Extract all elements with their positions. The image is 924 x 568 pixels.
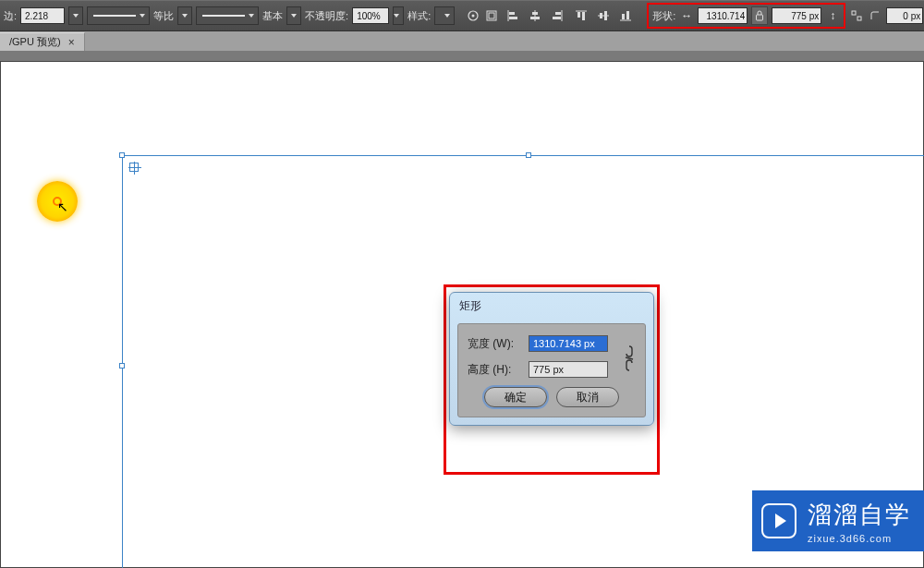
document-setup-icon[interactable] bbox=[466, 6, 480, 26]
opacity-input[interactable] bbox=[352, 7, 389, 24]
align-vcenter-icon[interactable] bbox=[593, 6, 614, 26]
basic-label: 基本 bbox=[262, 9, 283, 23]
graphic-style-dropdown[interactable] bbox=[434, 6, 455, 25]
preferences-icon[interactable] bbox=[484, 6, 499, 26]
align-right-icon[interactable] bbox=[547, 6, 567, 26]
corner-type-icon[interactable] bbox=[868, 6, 882, 26]
height-field-label: 高度 (H): bbox=[468, 362, 525, 378]
constrain-proportions-icon[interactable] bbox=[623, 344, 636, 375]
resize-handle-w[interactable] bbox=[119, 363, 125, 369]
lock-aspect-button[interactable] bbox=[751, 6, 768, 25]
watermark-banner: 溜溜自学 zixue.3d66.com bbox=[752, 490, 924, 551]
cursor-arrow-icon: ↖ bbox=[57, 199, 68, 214]
shape-height-input[interactable] bbox=[772, 7, 821, 24]
style-label: 样式: bbox=[407, 9, 431, 23]
canvas-area[interactable]: ↖ 矩形 宽度 (W): 高度 (H): 确定 bbox=[0, 52, 924, 568]
svg-rect-12 bbox=[553, 17, 561, 19]
scale-dropdown[interactable] bbox=[177, 6, 192, 25]
align-top-icon[interactable] bbox=[571, 6, 591, 26]
line-sample-icon bbox=[93, 15, 136, 17]
svg-rect-14 bbox=[578, 12, 580, 18]
dialog-button-row: 确定 取消 bbox=[468, 387, 636, 407]
basic-dropdown[interactable] bbox=[286, 6, 301, 25]
shape-size-group: 形状: ↔ ↕ bbox=[647, 3, 845, 29]
svg-rect-23 bbox=[852, 11, 856, 15]
corner-radius-input[interactable] bbox=[886, 7, 923, 24]
document-tab-title: /GPU 预览) bbox=[9, 35, 61, 49]
align-left-icon[interactable] bbox=[503, 6, 523, 26]
horizontal-align-group bbox=[503, 6, 567, 26]
shape-width-input[interactable] bbox=[698, 7, 748, 24]
options-toolbar: 边: 等比 基本 不透明度: 样式: 形状: ↔ bbox=[0, 0, 924, 31]
align-hcenter-icon[interactable] bbox=[525, 6, 545, 26]
resize-handle-nw[interactable] bbox=[119, 152, 125, 158]
align-bottom-icon[interactable] bbox=[615, 6, 636, 26]
svg-rect-20 bbox=[622, 14, 625, 19]
document-tab-bar: /GPU 预览) × bbox=[0, 31, 924, 52]
watermark-brand: 溜溜自学 bbox=[808, 499, 911, 531]
stroke-weight-input[interactable] bbox=[20, 7, 65, 24]
scale-label: 等比 bbox=[153, 9, 174, 23]
width-icon: ↔ bbox=[679, 6, 694, 26]
svg-line-27 bbox=[626, 357, 633, 359]
svg-rect-22 bbox=[757, 15, 763, 20]
watermark-text: 溜溜自学 zixue.3d66.com bbox=[808, 499, 911, 544]
play-icon bbox=[761, 503, 796, 538]
ok-button[interactable]: 确定 bbox=[484, 387, 547, 407]
height-icon: ↕ bbox=[825, 6, 840, 26]
resize-handle-n[interactable] bbox=[526, 152, 531, 158]
opacity-label: 不透明度: bbox=[305, 9, 348, 23]
width-field-row: 宽度 (W): bbox=[468, 335, 636, 352]
dialog-title: 矩形 bbox=[450, 293, 653, 320]
rectangle-dialog: 矩形 宽度 (W): 高度 (H): 确定 取消 bbox=[449, 292, 654, 426]
corner-link-icon[interactable] bbox=[849, 6, 864, 26]
origin-indicator-icon bbox=[129, 163, 139, 172]
brush-style-dropdown[interactable] bbox=[196, 6, 259, 25]
svg-rect-6 bbox=[509, 17, 517, 19]
cursor-highlight: ↖ bbox=[37, 181, 78, 222]
dialog-width-input[interactable] bbox=[529, 335, 608, 352]
svg-rect-8 bbox=[532, 12, 538, 15]
width-field-label: 宽度 (W): bbox=[468, 336, 525, 352]
svg-rect-11 bbox=[555, 12, 561, 15]
svg-rect-18 bbox=[604, 11, 607, 20]
opacity-dropdown[interactable] bbox=[393, 6, 404, 25]
stroke-weight-dropdown[interactable] bbox=[68, 6, 83, 25]
watermark-url: zixue.3d66.com bbox=[808, 533, 911, 544]
svg-point-1 bbox=[472, 15, 475, 18]
svg-rect-24 bbox=[857, 17, 861, 20]
dialog-body: 宽度 (W): 高度 (H): 确定 取消 bbox=[457, 323, 646, 417]
document-tab[interactable]: /GPU 预览) × bbox=[0, 32, 85, 51]
stroke-label: 边: bbox=[4, 9, 17, 23]
vertical-align-group bbox=[571, 6, 636, 26]
shape-label: 形状: bbox=[652, 9, 675, 23]
height-field-row: 高度 (H): bbox=[468, 361, 636, 378]
svg-rect-9 bbox=[530, 17, 540, 19]
brush-sample-icon bbox=[202, 15, 245, 17]
close-icon[interactable]: × bbox=[68, 36, 75, 49]
stroke-style-dropdown[interactable] bbox=[87, 6, 150, 25]
svg-rect-5 bbox=[509, 12, 515, 15]
cancel-button[interactable]: 取消 bbox=[556, 387, 619, 407]
dialog-height-input[interactable] bbox=[529, 361, 608, 378]
svg-rect-21 bbox=[626, 11, 629, 19]
svg-rect-3 bbox=[489, 13, 494, 18]
svg-rect-15 bbox=[582, 12, 585, 20]
svg-rect-17 bbox=[600, 13, 602, 18]
